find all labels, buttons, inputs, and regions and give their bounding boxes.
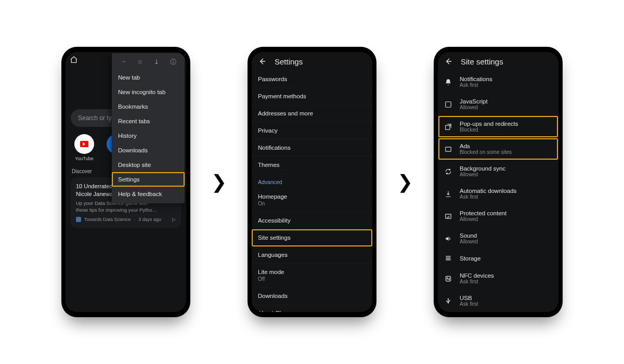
- ad-icon: [444, 146, 452, 153]
- menu-icon-row: → ☆ ⤓ ⓘ: [112, 55, 185, 70]
- settings-item-themes[interactable]: Themes: [252, 157, 372, 174]
- menu-item-downloads[interactable]: Downloads: [112, 143, 185, 158]
- chrome-settings-screen: Settings PasswordsPayment methodsAddress…: [252, 52, 372, 312]
- svg-rect-0: [446, 101, 451, 107]
- settings-item-homepage[interactable]: HomepageOn: [252, 188, 372, 212]
- js-icon: [444, 101, 452, 108]
- arrow-right-icon[interactable]: →: [120, 58, 126, 66]
- menu-item-settings[interactable]: Settings: [112, 172, 185, 187]
- phone-step-2: Settings PasswordsPayment methodsAddress…: [248, 47, 376, 317]
- download-icon: [444, 190, 452, 198]
- source-icon: [76, 217, 81, 222]
- sound-icon: [444, 235, 452, 242]
- site-setting-text: Background syncAllowed: [460, 165, 505, 177]
- site-setting-text: NFC devicesAsk first: [460, 272, 494, 284]
- site-setting-text: JavaScriptAllowed: [460, 98, 488, 110]
- overflow-menu: → ☆ ⤓ ⓘ New tabNew incognito tabBookmark…: [112, 53, 185, 203]
- site-setting-text: SoundAllowed: [460, 232, 478, 244]
- menu-item-new-incognito-tab[interactable]: New incognito tab: [112, 85, 185, 99]
- back-icon[interactable]: [444, 57, 452, 66]
- step-arrow-icon: ❯: [211, 171, 227, 193]
- site-setting-pop-ups-and-redirects[interactable]: Pop-ups and redirectsBlocked: [438, 115, 558, 138]
- site-setting-text: AdsBlocked on some sites: [460, 143, 512, 155]
- settings-item-accessibility[interactable]: Accessibility: [252, 212, 372, 229]
- star-icon[interactable]: ☆: [137, 58, 143, 66]
- menu-item-recent-tabs[interactable]: Recent tabs: [112, 114, 185, 128]
- site-setting-protected-content[interactable]: Protected contentAllowed: [438, 205, 558, 227]
- protected-icon: [444, 213, 452, 220]
- site-setting-storage[interactable]: Storage: [438, 250, 558, 267]
- nfc-icon: [444, 275, 452, 282]
- site-setting-sound[interactable]: SoundAllowed: [438, 227, 558, 250]
- site-setting-javascript[interactable]: JavaScriptAllowed: [438, 93, 558, 115]
- site-setting-text: Storage: [460, 255, 480, 262]
- menu-item-bookmarks[interactable]: Bookmarks: [112, 99, 185, 114]
- bell-icon: [444, 79, 452, 86]
- page-title: Settings: [275, 57, 303, 66]
- svg-rect-2: [446, 147, 451, 151]
- play-icon: ▷: [172, 216, 176, 223]
- tile-label: YouTube: [75, 156, 93, 161]
- site-setting-text: Automatic downloadsAsk first: [460, 188, 516, 200]
- menu-item-new-tab[interactable]: New tab: [112, 70, 185, 85]
- sync-icon: [444, 168, 452, 175]
- menu-item-history[interactable]: History: [112, 128, 185, 143]
- settings-item-notifications[interactable]: Notifications: [252, 139, 372, 157]
- step-arrow-icon: ❯: [397, 171, 413, 193]
- download-icon[interactable]: ⤓: [154, 58, 159, 66]
- site-setting-text: USBAsk first: [460, 295, 478, 307]
- site-setting-text: Protected contentAllowed: [460, 210, 506, 222]
- settings-item-about-chrome[interactable]: About Chrome: [252, 305, 372, 312]
- settings-item-passwords[interactable]: Passwords: [252, 71, 372, 88]
- svg-rect-1: [446, 125, 450, 129]
- settings-item-payment-methods[interactable]: Payment methods: [252, 88, 372, 105]
- popup-icon: [444, 123, 452, 131]
- page-title: Site settings: [461, 57, 503, 66]
- chrome-ntp-screen: G Search or type w YouTube f Fac Discove…: [66, 52, 186, 312]
- usb-icon: [444, 297, 452, 305]
- site-setting-notifications[interactable]: NotificationsAsk first: [438, 71, 558, 93]
- settings-item-downloads[interactable]: Downloads: [252, 288, 372, 305]
- settings-item-privacy[interactable]: Privacy: [252, 122, 372, 139]
- site-setting-nfc-devices[interactable]: NFC devicesAsk first: [438, 267, 558, 290]
- phone-step-1: G Search or type w YouTube f Fac Discove…: [61, 47, 190, 317]
- settings-item-lite-mode[interactable]: Lite modeOff: [252, 264, 372, 288]
- youtube-icon: [74, 134, 94, 154]
- site-setting-ads[interactable]: AdsBlocked on some sites: [438, 138, 558, 160]
- settings-item-addresses-and-more[interactable]: Addresses and more: [252, 105, 372, 122]
- back-icon[interactable]: [258, 57, 266, 66]
- phone-step-3: Site settings NotificationsAsk firstJava…: [434, 47, 563, 317]
- info-icon[interactable]: ⓘ: [170, 58, 176, 66]
- site-setting-text: NotificationsAsk first: [460, 76, 492, 88]
- settings-item-languages[interactable]: Languages: [252, 246, 372, 264]
- home-icon[interactable]: [70, 56, 78, 64]
- site-setting-automatic-downloads[interactable]: Automatic downloadsAsk first: [438, 183, 558, 205]
- site-setting-usb[interactable]: USBAsk first: [438, 290, 558, 312]
- settings-item-site-settings[interactable]: Site settings: [252, 229, 372, 246]
- menu-item-help-feedback[interactable]: Help & feedback: [112, 187, 185, 201]
- tile-youtube[interactable]: YouTube: [73, 134, 96, 161]
- settings-header: Settings: [252, 52, 372, 71]
- site-setting-background-sync[interactable]: Background syncAllowed: [438, 160, 558, 183]
- card-meta: Towards Data Science · 3 days ago ▷: [76, 216, 176, 223]
- site-setting-text: Pop-ups and redirectsBlocked: [460, 121, 518, 133]
- site-settings-screen: Site settings NotificationsAsk firstJava…: [438, 52, 558, 312]
- menu-item-desktop-site[interactable]: Desktop site: [112, 158, 185, 172]
- storage-icon: [444, 255, 452, 262]
- advanced-heading: Advanced: [252, 174, 372, 188]
- site-settings-header: Site settings: [438, 52, 558, 71]
